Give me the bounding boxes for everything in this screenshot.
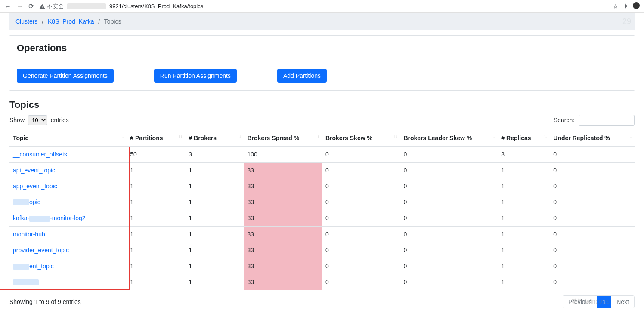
- add-partitions-button[interactable]: Add Partitions: [277, 69, 327, 83]
- security-label: 不安全: [47, 3, 64, 10]
- pagination-next[interactable]: Next: [611, 296, 634, 308]
- search-control: Search:: [554, 115, 635, 126]
- cell-under-replicated: 0: [550, 178, 635, 194]
- address-bar[interactable]: 不安全 9921/clusters/K8S_Prod_Kafka/topics: [39, 3, 607, 10]
- cell-skew: 0: [322, 162, 400, 178]
- topic-link[interactable]: provider_event_topic: [13, 247, 69, 254]
- column-header[interactable]: Brokers Skew %↑↓: [322, 130, 400, 147]
- cell-partitions: 1: [127, 274, 185, 290]
- cell-replicas: 1: [498, 162, 550, 178]
- cell-under-replicated: 0: [550, 210, 635, 226]
- sort-icon: ↑↓: [543, 135, 547, 139]
- search-input[interactable]: [579, 115, 635, 126]
- run-partition-assignments-button[interactable]: Run Partition Assignments: [154, 69, 237, 83]
- column-header[interactable]: Brokers Spread %↑↓: [244, 130, 322, 147]
- cell-leader-skew: 0: [400, 258, 498, 274]
- cell-brokers: 1: [185, 258, 244, 274]
- cell-under-replicated: 0: [550, 194, 635, 210]
- cell-spread: 33: [244, 210, 322, 226]
- cell-partitions: 1: [127, 242, 185, 258]
- cell-spread: 33: [244, 178, 322, 194]
- cell-partitions: 1: [127, 194, 185, 210]
- faded-count: 29: [622, 17, 631, 26]
- cell-leader-skew: 0: [400, 194, 498, 210]
- column-header[interactable]: # Brokers↑↓: [185, 130, 244, 147]
- table-row: api_event_topic11330010: [9, 162, 635, 178]
- topic-link[interactable]: ent_topic: [13, 263, 54, 270]
- topic-link[interactable]: [13, 279, 39, 285]
- column-header[interactable]: # Partitions↑↓: [127, 130, 185, 147]
- cell-partitions: 1: [127, 226, 185, 242]
- generate-partition-assignments-button[interactable]: Generate Partition Assignments: [17, 69, 114, 83]
- cell-brokers: 1: [185, 178, 244, 194]
- topic-link[interactable]: monitor-hub: [13, 231, 45, 238]
- sort-icon: ↑↓: [393, 135, 397, 139]
- breadcrumb-sep: /: [39, 18, 46, 25]
- cell-brokers: 1: [185, 210, 244, 226]
- cell-under-replicated: 0: [550, 146, 635, 162]
- cell-skew: 0: [322, 274, 400, 290]
- bookmark-star-icon[interactable]: ☆: [613, 2, 619, 10]
- column-header[interactable]: Under Replicated %↑↓: [550, 130, 635, 147]
- cell-brokers: 3: [185, 146, 244, 162]
- cell-replicas: 1: [498, 274, 550, 290]
- table-row: ent_topic11330010: [9, 258, 635, 274]
- cell-spread: 33: [244, 274, 322, 290]
- cell-partitions: 50: [127, 146, 185, 162]
- column-header[interactable]: Brokers Leader Skew %↑↓: [400, 130, 498, 147]
- browser-toolbar: ← → ⟳ 不安全 9921/clusters/K8S_Prod_Kafka/t…: [0, 0, 644, 13]
- cell-leader-skew: 0: [400, 162, 498, 178]
- reload-button[interactable]: ⟳: [28, 2, 34, 10]
- operations-card: Operations Generate Partition Assignment…: [9, 35, 635, 91]
- cell-leader-skew: 0: [400, 226, 498, 242]
- operations-title: Operations: [17, 43, 627, 54]
- topic-link[interactable]: api_event_topic: [13, 167, 55, 174]
- cell-leader-skew: 0: [400, 178, 498, 194]
- sort-icon: ↑↓: [491, 135, 495, 139]
- cell-skew: 0: [322, 178, 400, 194]
- cell-spread: 33: [244, 258, 322, 274]
- insecure-icon: 不安全: [39, 3, 64, 10]
- cell-under-replicated: 0: [550, 242, 635, 258]
- topic-link[interactable]: kafka--monitor-log2: [13, 215, 86, 221]
- cell-leader-skew: 0: [400, 242, 498, 258]
- topic-link[interactable]: app_event_topic: [13, 183, 57, 190]
- cell-brokers: 1: [185, 274, 244, 290]
- cell-spread: 33: [244, 242, 322, 258]
- cell-replicas: 1: [498, 242, 550, 258]
- page-size-select[interactable]: 10: [28, 115, 47, 125]
- cell-brokers: 1: [185, 226, 244, 242]
- cell-leader-skew: 0: [400, 274, 498, 290]
- pagination-page-1[interactable]: 1: [597, 296, 611, 308]
- back-button[interactable]: ←: [4, 3, 11, 10]
- url-path: 9921/clusters/K8S_Prod_Kafka/topics: [109, 3, 203, 9]
- cell-spread: 33: [244, 194, 322, 210]
- table-row: __consumer_offsets5031000030: [9, 146, 635, 162]
- table-row: 11330010: [9, 274, 635, 290]
- column-header[interactable]: # Replicas↑↓: [498, 130, 550, 147]
- cell-partitions: 1: [127, 258, 185, 274]
- cell-leader-skew: 0: [400, 146, 498, 162]
- profile-avatar-icon[interactable]: [633, 2, 640, 9]
- breadcrumb-clusters[interactable]: Clusters: [15, 18, 37, 25]
- show-label: Show: [9, 117, 25, 123]
- pagination-previous[interactable]: Previous: [563, 296, 597, 308]
- cell-under-replicated: 0: [550, 226, 635, 242]
- breadcrumb-cluster-name[interactable]: K8S_Prod_Kafka: [48, 18, 94, 25]
- topic-link[interactable]: __consumer_offsets: [13, 151, 67, 158]
- extensions-puzzle-icon[interactable]: ✦: [623, 2, 629, 10]
- cell-partitions: 1: [127, 210, 185, 226]
- page-length-control: Show 10 entries: [9, 115, 69, 125]
- forward-button[interactable]: →: [16, 3, 23, 10]
- table-row: app_event_topic11330010: [9, 178, 635, 194]
- column-header[interactable]: Topic↑↓: [9, 130, 127, 147]
- table-row: opic11330010: [9, 194, 635, 210]
- cell-replicas: 1: [498, 226, 550, 242]
- table-info: Showing 1 to 9 of 9 entries: [9, 298, 81, 305]
- topic-link[interactable]: opic: [13, 199, 40, 205]
- sort-asc-icon: ↑↓: [120, 135, 124, 139]
- table-row: kafka--monitor-log211330010: [9, 210, 635, 226]
- cell-skew: 0: [322, 242, 400, 258]
- cell-under-replicated: 0: [550, 162, 635, 178]
- breadcrumb-sep: /: [96, 18, 102, 25]
